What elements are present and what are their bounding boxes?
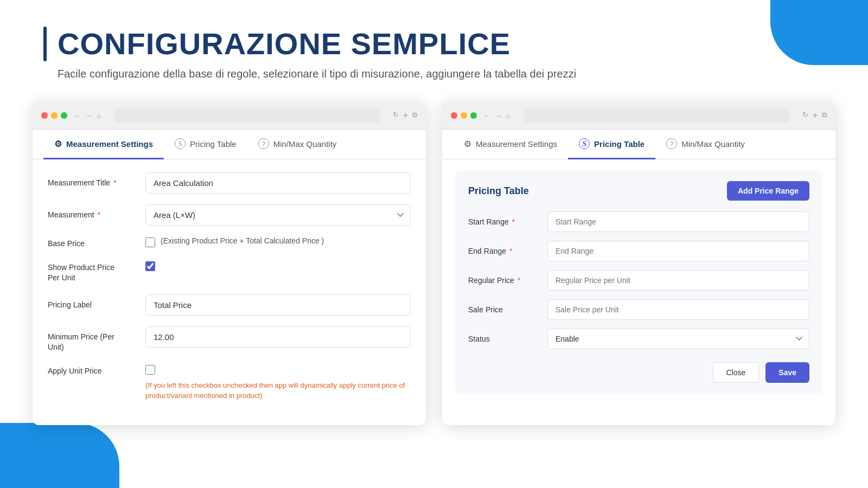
back-arrow-icon-right[interactable]: ← (483, 112, 490, 120)
regular-price-required: * (515, 276, 520, 285)
base-price-checkbox[interactable] (145, 237, 155, 247)
start-range-required: * (510, 217, 515, 226)
end-range-required: * (507, 247, 512, 255)
sale-price-input[interactable] (547, 299, 809, 320)
tab-pricing-label-left: Pricing Table (190, 139, 237, 149)
status-label: Status (468, 335, 539, 343)
tab-measurement-label-right: Measurement Settings (476, 139, 557, 149)
minimum-price-input[interactable] (145, 326, 411, 348)
dot-red-right[interactable] (451, 112, 457, 119)
add-price-range-button[interactable]: Add Price Range (727, 181, 809, 201)
measurement-select[interactable]: Area (L×W) (145, 204, 411, 226)
header: CONFIGURAZIONE SEMPLICE Facile configura… (0, 0, 868, 97)
browser-search-bar-right[interactable] (524, 108, 789, 123)
gear-icon-left: ⚙ (54, 139, 62, 149)
forward-arrow-icon[interactable]: → (85, 112, 92, 120)
start-range-label: Start Range * (468, 217, 539, 226)
browser-chrome-right: ← → ⌂ ↻ + ⧉ (442, 102, 835, 130)
show-product-price-group (145, 260, 411, 271)
tab-measurement-settings-left[interactable]: ⚙ Measurement Settings (43, 130, 164, 159)
left-form-content: Measurement Title * Measurement * Area (… (33, 159, 426, 425)
save-button[interactable]: Save (765, 362, 809, 383)
tab-pricing-table-left[interactable]: S Pricing Table (164, 130, 247, 159)
tab-pricing-label-right: Pricing Table (594, 139, 644, 149)
show-product-price-checkbox[interactable] (145, 261, 155, 271)
tab-measurement-settings-right[interactable]: ⚙ Measurement Settings (453, 130, 568, 159)
measurement-title-input[interactable] (145, 172, 411, 194)
apply-unit-price-group: (If you left this checkbox unchecked the… (145, 364, 411, 401)
dollar-icon-right: S (579, 138, 590, 149)
tab-measurement-label-left: Measurement Settings (66, 139, 153, 149)
regular-price-input[interactable] (547, 270, 809, 291)
refresh-icon[interactable]: ↻ (393, 111, 399, 120)
dot-green[interactable] (61, 112, 67, 119)
close-button[interactable]: Close (713, 362, 760, 383)
back-arrow-icon[interactable]: ← (74, 112, 81, 120)
browser-actions-right: ↻ + ⧉ (802, 111, 827, 120)
tab-minmax-left[interactable]: ? Min/Max Quantity (247, 130, 348, 159)
right-tabs: ⚙ Measurement Settings S Pricing Table ?… (442, 130, 835, 159)
gear-icon-right: ⚙ (464, 139, 471, 149)
page-title: CONFIGURAZIONE SEMPLICE (58, 26, 510, 61)
browser-dots-right (451, 112, 477, 119)
tab-minmax-right[interactable]: ? Min/Max Quantity (655, 130, 756, 159)
browser-search-bar-left[interactable] (114, 108, 380, 123)
start-range-input[interactable] (547, 211, 809, 232)
start-range-row: Start Range * (468, 211, 809, 232)
home-icon-right[interactable]: ⌂ (506, 112, 510, 120)
required-star-2: * (97, 210, 100, 219)
left-browser-window: ← → ⌂ ↻ + ⧉ ⚙ Measurement Settings S Pri… (33, 102, 426, 425)
pricing-label-row: Pricing Label (48, 294, 411, 316)
panels-container: ← → ⌂ ↻ + ⧉ ⚙ Measurement Settings S Pri… (0, 102, 868, 425)
question-icon-left: ? (258, 138, 269, 149)
tab-minmax-label-left: Min/Max Quantity (273, 139, 337, 149)
title-wrapper: CONFIGURAZIONE SEMPLICE (43, 26, 825, 61)
measurement-title-label: Measurement Title * (48, 172, 135, 189)
apply-unit-price-checkbox[interactable] (145, 365, 155, 375)
question-icon-right: ? (666, 138, 677, 149)
measurement-title-row: Measurement Title * (48, 172, 411, 194)
apply-unit-price-hint: (If you left this checkbox unchecked the… (145, 380, 411, 401)
pricing-label-label: Pricing Label (48, 294, 135, 311)
apply-unit-price-label: Apply Unit Price (48, 364, 135, 377)
status-select[interactable]: Enable Disable (547, 329, 809, 349)
corner-decoration-bl (0, 423, 119, 488)
right-browser-window: ← → ⌂ ↻ + ⧉ ⚙ Measurement Settings S Pri… (442, 102, 835, 425)
right-panel-content: Pricing Table Add Price Range Start Rang… (442, 159, 835, 404)
required-star-1: * (113, 178, 116, 187)
refresh-icon-right[interactable]: ↻ (802, 111, 808, 120)
copy-icon-right[interactable]: ⧉ (822, 111, 827, 120)
dot-yellow[interactable] (51, 112, 58, 119)
home-icon[interactable]: ⌂ (97, 112, 101, 120)
show-product-price-row: Show Product PricePer Unit (48, 260, 411, 284)
dot-green-right[interactable] (470, 112, 477, 119)
pricing-label-input[interactable] (145, 294, 411, 316)
browser-dots-left (41, 112, 67, 119)
forward-arrow-icon-right[interactable]: → (495, 112, 502, 120)
base-price-label: Base Price (48, 236, 135, 249)
sale-price-label: Sale Price (468, 305, 539, 314)
base-price-group: (Existing Product Price + Total Calculat… (145, 236, 411, 247)
end-range-input[interactable] (547, 241, 809, 261)
new-tab-icon[interactable]: + (403, 111, 408, 120)
copy-icon[interactable]: ⧉ (412, 111, 417, 120)
dollar-icon-left: S (175, 138, 186, 149)
title-bar-decoration (43, 27, 47, 61)
left-tabs: ⚙ Measurement Settings S Pricing Table ?… (33, 130, 426, 159)
browser-nav-left: ← → ⌂ (74, 112, 101, 120)
browser-nav-right: ← → ⌂ (483, 112, 510, 120)
end-range-label: End Range * (468, 247, 539, 255)
pricing-card: Pricing Table Add Price Range Start Rang… (455, 170, 822, 394)
base-price-text: (Existing Product Price + Total Calculat… (161, 236, 411, 245)
minimum-price-row: Minimum Price (PerUnit) (48, 326, 411, 353)
dot-yellow-right[interactable] (461, 112, 467, 119)
base-price-row: Base Price (Existing Product Price + Tot… (48, 236, 411, 249)
measurement-label: Measurement * (48, 204, 135, 221)
tab-pricing-table-right[interactable]: S Pricing Table (568, 130, 655, 159)
measurement-row: Measurement * Area (L×W) (48, 204, 411, 226)
new-tab-icon-right[interactable]: + (813, 111, 818, 120)
regular-price-row: Regular Price * (468, 270, 809, 291)
dot-red[interactable] (41, 112, 48, 119)
apply-unit-price-row: Apply Unit Price (If you left this check… (48, 364, 411, 401)
sale-price-row: Sale Price (468, 299, 809, 320)
